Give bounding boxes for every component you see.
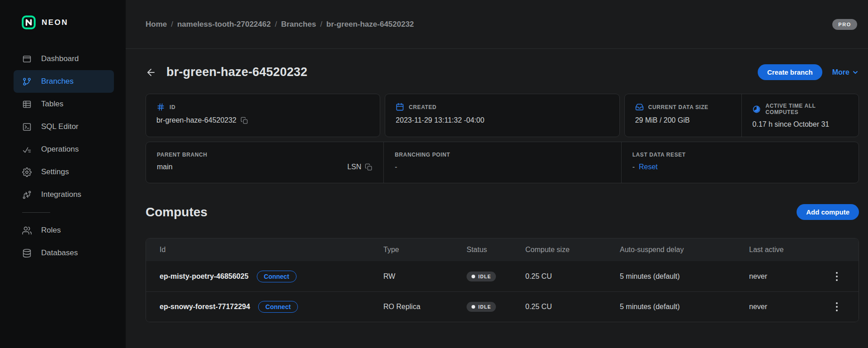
- sidebar-item-label: Dashboard: [41, 54, 79, 63]
- sidebar-item-label: Databases: [41, 248, 78, 257]
- breadcrumb-home[interactable]: Home: [146, 20, 167, 29]
- reset-link[interactable]: Reset: [639, 163, 658, 171]
- sidebar-item-label: SQL Editor: [41, 122, 79, 131]
- connect-button[interactable]: Connect: [258, 301, 298, 313]
- copy-lsn-button[interactable]: [365, 163, 373, 171]
- integrations-icon: [22, 190, 32, 200]
- sidebar-item-dashboard[interactable]: Dashboard: [14, 48, 114, 70]
- table-icon: [22, 100, 32, 109]
- copy-icon: [365, 163, 373, 171]
- parent-branch-section: PARENT BRANCH main LSN: [146, 142, 383, 183]
- main-area: Home / nameless-tooth-27022462 / Branche…: [126, 0, 868, 348]
- sidebar-item-operations[interactable]: Operations: [14, 138, 114, 161]
- sidebar-nav: Dashboard Branches Tables SQL Editor: [0, 48, 126, 264]
- parent-branch-label: PARENT BRANCH: [157, 152, 208, 158]
- breadcrumb-separator: /: [320, 20, 322, 29]
- created-value: 2023-11-29 13:11:32 -04:00: [396, 116, 484, 124]
- more-menu-button[interactable]: More: [832, 68, 859, 76]
- breadcrumb: Home / nameless-tooth-27022462 / Branche…: [146, 20, 414, 29]
- app-root: NEON Dashboard Branches Tables: [0, 0, 868, 348]
- compute-id: ep-snowy-forest-77172294: [160, 303, 250, 311]
- check-list-icon: [22, 145, 32, 154]
- active-time-label: ACTIVE TIME ALL COMPUTES: [765, 103, 848, 115]
- sidebar-item-roles[interactable]: Roles: [14, 219, 114, 242]
- title-actions: Create branch More: [758, 64, 859, 80]
- usage-card: CURRENT DATA SIZE 29 MiB / 200 GiB: [624, 94, 859, 137]
- last-data-reset-value: -: [632, 163, 635, 171]
- lsn-label: LSN: [347, 163, 361, 171]
- id-label: ID: [170, 104, 175, 110]
- arrow-left-icon: [146, 67, 156, 78]
- created-label: CREATED: [409, 104, 436, 110]
- sidebar-item-sql-editor[interactable]: SQL Editor: [14, 115, 114, 138]
- breadcrumb-separator: /: [275, 20, 277, 29]
- branch-id-card: ID br-green-haze-64520232: [146, 94, 380, 137]
- sidebar-item-integrations[interactable]: Integrations: [14, 183, 114, 206]
- row-menu-button[interactable]: [833, 269, 840, 284]
- auto-suspend-delay: 5 minutes (default): [620, 303, 749, 311]
- breadcrumb-separator: /: [171, 20, 173, 29]
- pie-clock-icon: [752, 105, 761, 114]
- title-row: br-green-haze-64520232 Create branch Mor…: [146, 64, 859, 80]
- sidebar-item-label: Settings: [41, 167, 69, 176]
- sidebar-divider: [22, 212, 50, 213]
- sidebar-item-settings[interactable]: Settings: [14, 161, 114, 183]
- status-dot-icon: [472, 305, 475, 309]
- sidebar-item-tables[interactable]: Tables: [14, 93, 114, 115]
- sidebar-item-label: Operations: [41, 145, 79, 154]
- compute-id: ep-misty-poetry-46856025: [160, 272, 249, 281]
- column-header-compute-size: Compute size: [525, 246, 620, 254]
- page-title: br-green-haze-64520232: [166, 65, 307, 79]
- status-text: IDLE: [478, 304, 491, 310]
- status-badge: IDLE: [467, 302, 496, 312]
- content: br-green-haze-64520232 Create branch Mor…: [126, 49, 868, 322]
- computes-table: Id Type Status Compute size Auto-suspend…: [146, 238, 859, 322]
- compute-type: RO Replica: [383, 303, 467, 311]
- compute-size: 0.25 CU: [525, 272, 620, 281]
- users-icon: [22, 226, 32, 235]
- sidebar-item-label: Tables: [41, 100, 63, 109]
- table-header-row: Id Type Status Compute size Auto-suspend…: [146, 238, 859, 261]
- last-active: never: [749, 272, 833, 281]
- neon-logo[interactable]: NEON: [22, 15, 126, 29]
- branch-id-value: br-green-haze-64520232: [156, 116, 236, 124]
- active-time-section: ACTIVE TIME ALL COMPUTES 0.17 h since Oc…: [741, 94, 859, 137]
- dashboard-icon: [22, 54, 32, 64]
- more-label: More: [832, 68, 849, 76]
- sidebar-item-databases[interactable]: Databases: [14, 242, 114, 264]
- row-menu-button[interactable]: [833, 300, 840, 314]
- sidebar: NEON Dashboard Branches Tables: [0, 0, 126, 348]
- status-text: IDLE: [478, 274, 491, 279]
- column-header-status: Status: [467, 246, 525, 254]
- data-size-value: 29 MiB / 200 GiB: [635, 116, 690, 124]
- branch-lineage-card: PARENT BRANCH main LSN: [146, 142, 859, 183]
- branching-point-section: BRANCHING POINT -: [383, 142, 621, 183]
- copy-id-button[interactable]: [241, 117, 248, 124]
- sidebar-item-label: Integrations: [41, 190, 81, 199]
- column-header-last-active: Last active: [749, 246, 833, 254]
- topbar: Home / nameless-tooth-27022462 / Branche…: [126, 0, 868, 49]
- column-header-auto-suspend: Auto-suspend delay: [620, 246, 749, 254]
- create-branch-button[interactable]: Create branch: [758, 64, 822, 80]
- sidebar-item-label: Branches: [41, 77, 74, 86]
- breadcrumb-current-branch: br-green-haze-64520232: [326, 20, 414, 29]
- data-size-section: CURRENT DATA SIZE 29 MiB / 200 GiB: [625, 94, 742, 137]
- table-row: ep-misty-poetry-46856025 Connect RW IDLE…: [146, 261, 859, 291]
- calendar-icon: [396, 103, 404, 111]
- lsn-group: LSN: [347, 163, 373, 171]
- back-button[interactable]: [146, 67, 156, 78]
- add-compute-button[interactable]: Add compute: [797, 204, 859, 220]
- breadcrumb-branches[interactable]: Branches: [281, 20, 316, 29]
- computes-title: Computes: [146, 205, 208, 219]
- sidebar-item-branches[interactable]: Branches: [14, 70, 114, 93]
- plan-badge[interactable]: PRO: [832, 19, 857, 30]
- logo-wordmark: NEON: [42, 18, 68, 27]
- branching-point-label: BRANCHING POINT: [395, 152, 450, 158]
- breadcrumb-project[interactable]: nameless-tooth-27022462: [177, 20, 271, 29]
- last-data-reset-section: LAST DATA RESET - Reset: [621, 142, 859, 183]
- auto-suspend-delay: 5 minutes (default): [620, 272, 749, 281]
- column-header-type: Type: [383, 246, 467, 254]
- branching-point-value: -: [395, 163, 397, 171]
- parent-branch-value: main: [157, 163, 173, 171]
- connect-button[interactable]: Connect: [257, 271, 297, 282]
